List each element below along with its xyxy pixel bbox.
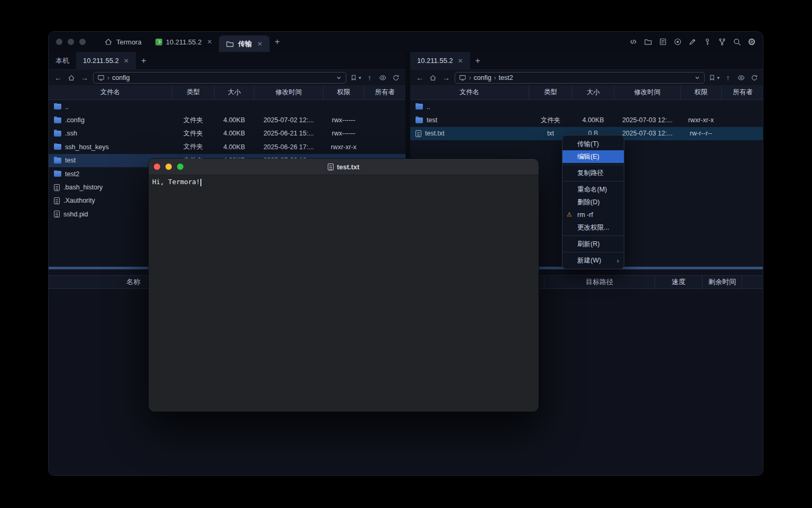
code-icon[interactable]: [629, 38, 638, 47]
menu-item-rename[interactable]: 重命名(M): [562, 183, 624, 196]
context-menu: 传输(T) 编辑(E) 复制路径 重命名(M) 删除(D) ⚠ rm -rf 更…: [562, 135, 624, 269]
breadcrumb-segment[interactable]: config: [474, 74, 491, 81]
submenu-arrow-icon: ›: [617, 257, 619, 265]
editor-content[interactable]: Hi, Termora!: [149, 175, 539, 189]
new-tab-button[interactable]: +: [470, 52, 486, 71]
chevron-down-icon[interactable]: [336, 75, 342, 81]
tab-remote-host[interactable]: 10.211.55.2 ✕: [410, 52, 470, 70]
back-button[interactable]: ←: [53, 72, 63, 83]
file-row[interactable]: .config 文件夹4.00KB2025-07-02 12:...rwx---…: [49, 113, 405, 126]
minimize-window-button[interactable]: [165, 164, 172, 170]
back-button[interactable]: ←: [415, 72, 425, 83]
refresh-button[interactable]: [750, 72, 759, 83]
column-header-permissions[interactable]: 权限: [681, 85, 722, 99]
file-name: ..: [65, 103, 69, 111]
log-icon[interactable]: [658, 38, 667, 47]
file-row[interactable]: test 文件夹4.00KB2025-07-03 12:...rwxr-xr-x: [410, 113, 763, 126]
branch-icon[interactable]: [717, 38, 726, 47]
column-header-owner[interactable]: 所有者: [722, 85, 763, 99]
column-header-name[interactable]: 文件名: [410, 85, 529, 99]
column-header-modified[interactable]: 修改时间: [614, 85, 681, 99]
tab-local[interactable]: 本机: [49, 52, 76, 70]
menu-item-refresh[interactable]: 刷新(R): [562, 238, 624, 250]
tab-remote-host[interactable]: 10.211.55.2 ✕: [76, 52, 136, 70]
chevron-down-icon[interactable]: [694, 75, 700, 81]
show-hidden-button[interactable]: [378, 72, 387, 83]
path-field[interactable]: › config › test2: [455, 72, 705, 84]
minimize-window-button[interactable]: [68, 39, 74, 45]
parent-directory-button[interactable]: ↑: [723, 72, 733, 83]
parent-directory-button[interactable]: ↑: [365, 72, 374, 83]
show-hidden-button[interactable]: [736, 72, 746, 83]
file-icon: [54, 184, 60, 191]
menu-item-delete[interactable]: 删除(D): [562, 196, 624, 208]
close-window-button[interactable]: [154, 164, 160, 170]
file-row[interactable]: ..: [410, 100, 763, 113]
breadcrumb-separator: ›: [469, 74, 471, 81]
zoom-window-button[interactable]: [177, 164, 183, 170]
column-header-type[interactable]: 类型: [172, 85, 215, 99]
file-row[interactable]: ..: [49, 100, 405, 113]
breadcrumb-segment[interactable]: test2: [499, 74, 513, 81]
warning-icon: ⚠: [567, 211, 572, 218]
file-name: sshd.pid: [63, 211, 88, 218]
new-tab-button[interactable]: +: [136, 52, 152, 71]
column-header-modified[interactable]: 修改时间: [254, 85, 324, 99]
menu-item-rm-rf[interactable]: ⚠ rm -rf: [562, 208, 624, 221]
close-tab-icon[interactable]: ✕: [124, 57, 129, 65]
folder-icon: [54, 117, 61, 123]
forward-button[interactable]: →: [441, 72, 451, 83]
home-button[interactable]: [67, 72, 76, 83]
column-header-owner[interactable]: 所有者: [364, 85, 405, 99]
ssh-host-icon: [155, 39, 162, 46]
titlebar-toolbar: [629, 32, 756, 52]
column-header-name[interactable]: 文件名: [49, 85, 172, 99]
file-row[interactable]: .ssh 文件夹4.00KB2025-06-21 15:...rwx------: [49, 127, 405, 140]
menu-separator: [562, 165, 624, 165]
path-field[interactable]: › config: [93, 72, 346, 84]
forward-button[interactable]: →: [80, 72, 89, 83]
record-icon[interactable]: [673, 38, 682, 47]
file-row[interactable]: ssh_host_keys 文件夹4.00KB2025-06-26 17:...…: [49, 140, 405, 153]
file-table-header: 文件名 类型 大小 修改时间 权限 所有者: [410, 85, 763, 100]
menu-item-edit[interactable]: 编辑(E): [562, 150, 624, 163]
folder-icon: [54, 158, 61, 164]
zoom-window-button[interactable]: [79, 39, 86, 45]
refresh-icon: [392, 74, 400, 81]
editor-titlebar[interactable]: test.txt: [149, 159, 539, 175]
search-icon[interactable]: [732, 38, 741, 47]
close-tab-icon[interactable]: ✕: [458, 57, 463, 65]
file-name: .Xauthority: [63, 197, 95, 204]
eye-icon: [379, 74, 386, 81]
new-tab-button[interactable]: +: [270, 32, 285, 52]
settings-icon[interactable]: [747, 38, 756, 47]
column-header-size[interactable]: 大小: [573, 85, 614, 99]
bookmark-button[interactable]: ▾: [350, 74, 361, 81]
menu-item-change-permissions[interactable]: 更改权限...: [562, 221, 624, 234]
refresh-button[interactable]: [391, 72, 401, 83]
key-icon[interactable]: [703, 38, 712, 47]
bookmark-button[interactable]: ▾: [708, 74, 719, 81]
menu-item-transfer[interactable]: 传输(T): [562, 138, 624, 150]
menu-item-new[interactable]: 新建(W) ›: [562, 254, 624, 267]
tab-transfer[interactable]: 传输 ✕: [219, 35, 269, 52]
file-icon: [328, 164, 334, 170]
file-icon: [54, 197, 60, 204]
tab-home[interactable]: Termora: [97, 32, 149, 52]
folder-icon[interactable]: [643, 38, 652, 47]
file-name: ..: [427, 103, 430, 111]
folder-icon: [54, 144, 61, 150]
breadcrumb-segment[interactable]: config: [112, 74, 130, 81]
close-window-button[interactable]: [56, 39, 62, 45]
file-name: test: [427, 116, 437, 124]
column-header-size[interactable]: 大小: [215, 85, 254, 99]
pencil-icon[interactable]: [688, 38, 697, 47]
column-header-type[interactable]: 类型: [529, 85, 573, 99]
column-header-permissions[interactable]: 权限: [324, 85, 364, 99]
editor-title: test.txt: [328, 163, 359, 171]
close-tab-icon[interactable]: ✕: [257, 40, 262, 48]
tab-ssh-host[interactable]: 10.211.55.2 ✕: [149, 32, 219, 52]
menu-item-copy-path[interactable]: 复制路径: [562, 167, 624, 179]
home-button[interactable]: [428, 72, 438, 83]
close-tab-icon[interactable]: ✕: [207, 38, 212, 46]
